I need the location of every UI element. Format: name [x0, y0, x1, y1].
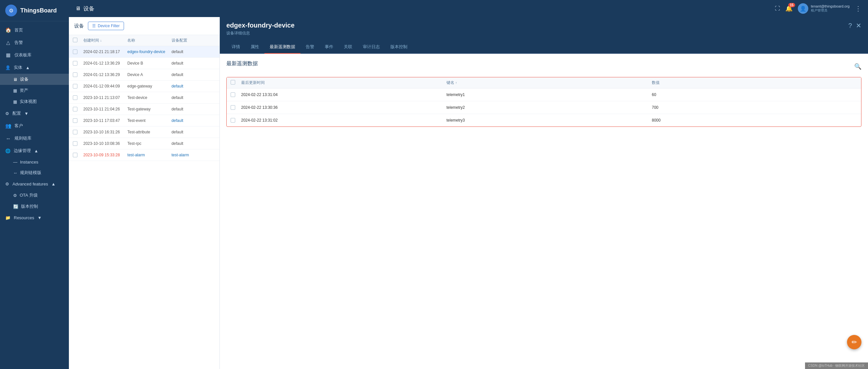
sidebar-item-instances[interactable]: — Instances [0, 157, 69, 167]
device-time: 2023-10-10 10:08:36 [83, 141, 127, 146]
sidebar-item-dashboard[interactable]: ▦ 仪表板库 [0, 49, 69, 61]
row-checkbox[interactable] [73, 95, 78, 100]
row-checkbox[interactable] [73, 141, 78, 146]
edge-icon: 🌐 [5, 148, 10, 154]
sort-arrow-icon: ↓ [100, 39, 102, 42]
edit-fab-button[interactable]: ✏ [847, 335, 862, 349]
sidebar-item-home[interactable]: 🏠 首页 [0, 24, 69, 36]
telemetry-time: 2024-02-22 13:30:36 [241, 105, 446, 110]
sidebar-item-alarm[interactable]: △ 告警 [0, 36, 69, 49]
sidebar-item-version-ctrl[interactable]: 🔄 版本控制 [0, 201, 69, 212]
table-row[interactable]: 2023-10-10 16:31:26 Test-attribute defau… [69, 127, 219, 138]
table-row[interactable]: 2023-10-11 21:04:26 Test-gateway default [69, 104, 219, 115]
sidebar-section-resources[interactable]: 📁 Resources ▼ [0, 212, 69, 224]
sidebar-item-label: 设备 [20, 76, 29, 82]
sidebar-item-label: 首页 [14, 27, 23, 33]
sidebar-section-edge[interactable]: 🌐 边缘管理 ▲ [0, 144, 69, 157]
table-row[interactable]: 2024-02-21 21:18:17 edgex-foundry-device… [69, 46, 219, 58]
table-row[interactable]: 2023-10-10 10:08:36 Test-rpc default [69, 138, 219, 149]
telemetry-row-checkbox[interactable] [230, 118, 235, 123]
device-config: default [172, 72, 216, 77]
telemetry-row-checkbox[interactable] [230, 92, 235, 97]
device-filter-button[interactable]: ☰ Device Filter [88, 22, 124, 30]
config-icon: ⚙ [5, 111, 9, 116]
table-row[interactable]: 2023-10-11 21:13:07 Test-device default [69, 92, 219, 104]
sidebar-item-device[interactable]: 🖥 设备 [0, 74, 69, 85]
row-checkbox[interactable] [73, 107, 78, 111]
table-row[interactable]: 2024-01-12 13:36:29 Device A default [69, 69, 219, 80]
sidebar-item-rule-template[interactable]: ↔ 规则链模版 [0, 167, 69, 178]
device-name: Test-device [127, 95, 171, 100]
row-checkbox[interactable] [73, 61, 78, 66]
sidebar-item-label: Advanced features [12, 181, 48, 187]
row-checkbox[interactable] [73, 84, 78, 89]
chevron-up-icon3: ▲ [51, 181, 56, 187]
sidebar: ⚙ ThingsBoard 🏠 首页 △ 告警 ▦ 仪表板库 👤 实体 ▲ 🖥 … [0, 0, 69, 369]
header-checkbox-col [73, 38, 83, 43]
asset-icon: ▦ [13, 88, 17, 93]
table-row[interactable]: 2023-10-09 15:33:28 test-alarm test-alar… [69, 149, 219, 161]
sidebar-item-entity-view[interactable]: ▦ 实体视图 [0, 96, 69, 107]
topbar-right: ⛶ 🔔 15 👤 tenant@thingsboard.org 租户管理员 ⋮ [775, 3, 862, 14]
sidebar-item-customer[interactable]: 👥 客户 [0, 120, 69, 132]
telemetry-value: 700 [652, 105, 857, 110]
user-info[interactable]: 👤 tenant@thingsboard.org 租户管理员 [798, 3, 849, 14]
tab-details[interactable]: 详情 [226, 41, 245, 54]
logo: ⚙ ThingsBoard [0, 0, 69, 21]
telemetry-row[interactable]: 2024-02-22 13:31:04 telemetry1 60 [227, 89, 861, 101]
row-checkbox[interactable] [73, 130, 78, 134]
sidebar-item-rule-chain[interactable]: ↔ 规则链库 [0, 132, 69, 144]
chevron-down-icon: ▼ [24, 111, 29, 116]
topbar-icon: 🖥 [75, 6, 81, 11]
row-checkbox[interactable] [73, 72, 78, 77]
more-icon[interactable]: ⋮ [855, 5, 862, 12]
row-checkbox[interactable] [73, 153, 78, 157]
avatar: 👤 [798, 3, 808, 14]
tab-alarms[interactable]: 告警 [301, 41, 319, 54]
table-row[interactable]: 2023-10-11 17:03:47 Test-event default [69, 115, 219, 127]
select-all-telemetry-checkbox[interactable] [230, 80, 235, 85]
home-icon: 🏠 [5, 27, 11, 33]
fullscreen-icon[interactable]: ⛶ [775, 6, 780, 11]
close-icon[interactable]: ✕ [856, 22, 862, 30]
telemetry-row[interactable]: 2024-02-22 13:31:02 telemetry3 8000 [227, 114, 861, 127]
select-all-checkbox[interactable] [73, 38, 78, 42]
telemetry-row-checkbox[interactable] [230, 105, 235, 110]
telemetry-row[interactable]: 2024-02-22 13:30:36 telemetry2 700 [227, 101, 861, 114]
sidebar-item-label: 告警 [14, 40, 23, 45]
row-checkbox[interactable] [73, 118, 78, 123]
rule-chain-icon: ↔ [5, 136, 11, 141]
sidebar-section-advanced[interactable]: ⚙ Advanced features ▲ [0, 178, 69, 190]
user-email: tenant@thingsboard.org [811, 4, 849, 8]
telemetry-search-icon[interactable]: 🔍 [854, 63, 862, 70]
dashboard-icon: ▦ [5, 52, 11, 58]
entity-view-icon: ▦ [13, 99, 17, 104]
table-row[interactable]: 2024-01-12 13:36:29 Device B default [69, 58, 219, 69]
detail-title: edgex-foundry-device [226, 22, 294, 29]
detail-panel: edgex-foundry-device 设备详细信息 ? ✕ 详情 属性 最新… [220, 17, 868, 369]
row-checkbox[interactable] [73, 49, 78, 54]
notification-bell[interactable]: 🔔 15 [785, 5, 793, 12]
device-name: edge-gateway [127, 84, 171, 89]
telemetry-header-key: 键名 ↑ [446, 80, 652, 86]
telemetry-time: 2024-02-22 13:31:04 [241, 92, 446, 97]
sidebar-section-config[interactable]: ⚙ 配置 ▼ [0, 107, 69, 120]
telemetry-time: 2024-02-22 13:31:02 [241, 118, 446, 123]
resources-icon: 📁 [5, 215, 10, 220]
detail-content: 最新遥测数据 🔍 最后更新时间 键名 ↑ 数值 [220, 54, 868, 369]
tab-events[interactable]: 事件 [319, 41, 339, 54]
table-row[interactable]: 2024-01-12 09:44:09 edge-gateway default [69, 80, 219, 92]
device-config: default [172, 141, 216, 146]
sidebar-item-ota[interactable]: ⚙ OTA 升级 [0, 190, 69, 201]
tab-relations[interactable]: 关联 [339, 41, 358, 54]
sidebar-section-entity[interactable]: 👤 实体 ▲ [0, 61, 69, 74]
tab-attributes[interactable]: 属性 [245, 41, 265, 54]
device-name: Device A [127, 72, 171, 77]
sidebar-item-asset[interactable]: ▦ 资产 [0, 85, 69, 96]
tab-telemetry[interactable]: 最新遥测数据 [265, 41, 301, 54]
tab-audit[interactable]: 审计日志 [358, 41, 385, 54]
telemetry-table: 最后更新时间 键名 ↑ 数值 2024-02-22 13:31:04 telem… [226, 77, 862, 127]
help-icon[interactable]: ? [848, 22, 852, 30]
tab-version[interactable]: 版本控制 [385, 41, 413, 54]
notification-count: 15 [788, 3, 795, 7]
